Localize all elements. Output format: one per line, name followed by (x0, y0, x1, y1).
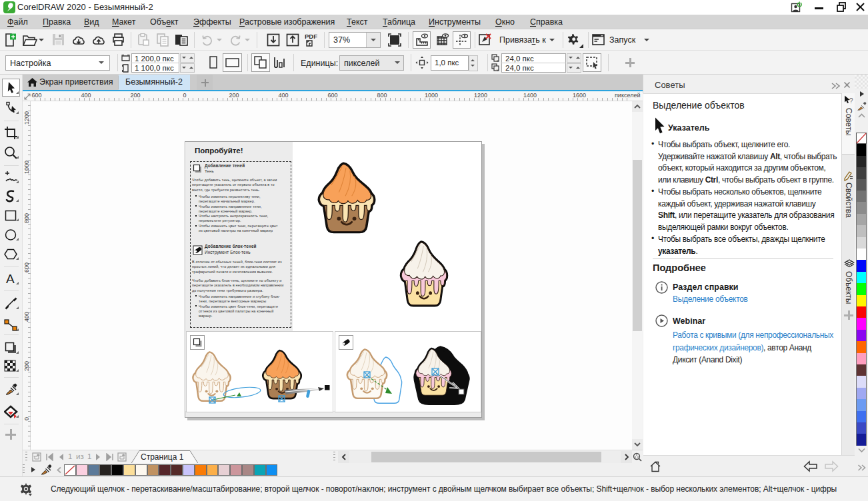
svg-text:y: y (497, 68, 499, 71)
svg-text:x: x (497, 59, 499, 62)
svg-text:?: ? (849, 97, 853, 105)
svg-text:PDF: PDF (305, 33, 317, 40)
svg-text:A: A (6, 272, 15, 286)
